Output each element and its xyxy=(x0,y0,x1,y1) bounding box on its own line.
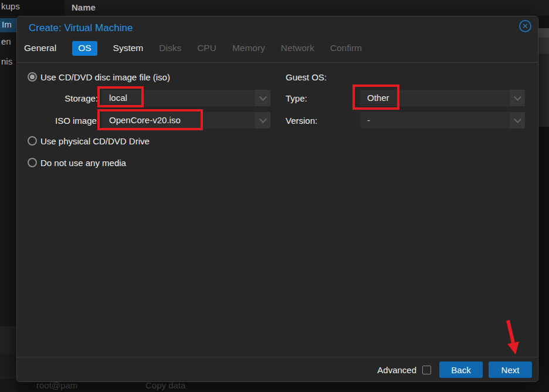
storage-label: Storage: xyxy=(17,93,98,103)
back-button[interactable]: Back xyxy=(439,361,483,378)
background-table-header xyxy=(65,0,549,16)
radio-use-iso[interactable] xyxy=(28,72,37,82)
background-sidebar-fragment: kups xyxy=(1,1,20,11)
background-right-fragment xyxy=(538,38,549,54)
background-right-fragment xyxy=(538,54,549,127)
background-left-fragment xyxy=(0,353,16,379)
chevron-down-icon[interactable] xyxy=(510,90,525,106)
version-label: Version: xyxy=(286,116,317,126)
radio-physical-drive-label: Use physical CD/DVD Drive xyxy=(40,136,150,146)
radio-use-iso-label: Use CD/DVD disc image file (iso) xyxy=(40,72,170,82)
tab-cpu: CPU xyxy=(197,43,216,53)
wizard-tabbar: General OS System Disks CPU Memory Netwo… xyxy=(24,40,362,56)
radio-no-media[interactable] xyxy=(28,158,37,167)
background-right-fragment xyxy=(538,28,549,38)
advanced-label: Advanced xyxy=(377,365,416,375)
type-select[interactable]: Other xyxy=(360,90,525,106)
chevron-down-icon[interactable] xyxy=(255,90,270,106)
header-separator xyxy=(17,62,538,63)
tab-network: Network xyxy=(281,43,314,53)
create-vm-dialog: Create: Virtual Machine ✕ General OS Sys… xyxy=(16,16,538,382)
dialog-footer: Advanced Back Next xyxy=(17,357,538,382)
tab-confirm: Confirm xyxy=(330,43,362,53)
iso-image-label: ISO image: xyxy=(17,116,99,126)
screen: kups Name Im en nis root@pam Copy data C… xyxy=(0,0,549,392)
storage-select[interactable]: local xyxy=(102,90,270,106)
tab-system[interactable]: System xyxy=(113,43,144,53)
background-column-header-name: Name xyxy=(72,2,96,12)
chevron-down-icon[interactable] xyxy=(255,112,270,129)
background-left-fragment xyxy=(0,326,16,353)
close-icon[interactable]: ✕ xyxy=(519,20,531,32)
radio-physical-drive[interactable] xyxy=(28,136,37,146)
background-nav-item-selected[interactable]: Im xyxy=(0,18,16,32)
version-value: - xyxy=(367,115,370,125)
version-select[interactable]: - xyxy=(360,112,525,129)
background-nav-item[interactable]: nis xyxy=(1,56,12,66)
next-button[interactable]: Next xyxy=(489,361,532,378)
iso-image-value: OpenCore-v20.iso xyxy=(109,115,181,125)
advanced-checkbox[interactable] xyxy=(422,366,431,374)
type-value: Other xyxy=(367,93,389,103)
storage-value: local xyxy=(109,93,127,103)
radio-no-media-label: Do not use any media xyxy=(40,158,126,168)
tab-disks: Disks xyxy=(159,43,181,53)
tab-memory: Memory xyxy=(232,43,265,53)
type-label: Type: xyxy=(286,93,307,103)
dialog-title: Create: Virtual Machine xyxy=(29,22,133,34)
guest-os-heading: Guest OS: xyxy=(286,72,327,82)
background-nav-item[interactable]: en xyxy=(1,36,11,46)
tab-general[interactable]: General xyxy=(24,43,56,53)
tab-os[interactable]: OS xyxy=(72,41,97,56)
iso-image-select[interactable]: OpenCore-v20.iso xyxy=(102,112,270,129)
chevron-down-icon[interactable] xyxy=(510,112,525,129)
